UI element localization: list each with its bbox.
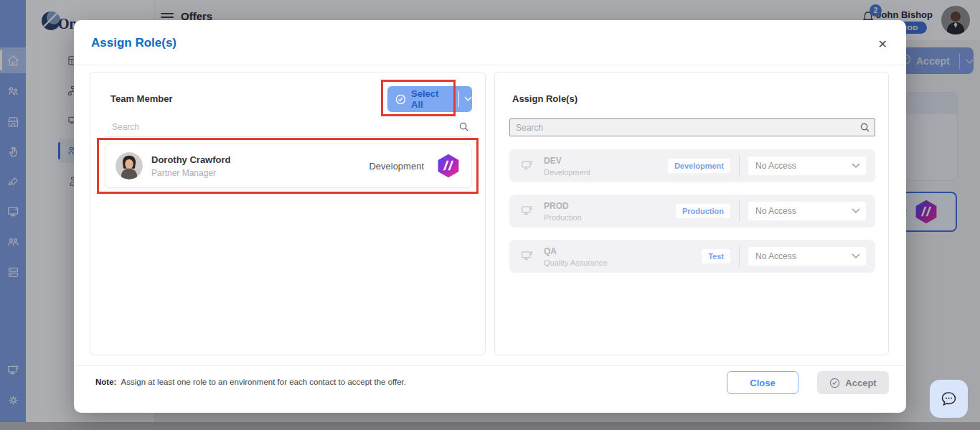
close-button[interactable]: Close: [727, 371, 798, 394]
chat-bubble-icon: [939, 389, 958, 408]
chevron-down-icon: [852, 208, 860, 214]
divider: [74, 365, 906, 366]
note-label: Note:: [95, 378, 116, 386]
environment-badge: Production: [676, 204, 730, 218]
chevron-down-icon: [852, 253, 860, 259]
access-value: No Access: [748, 251, 796, 261]
environment-meta: PROD Production: [544, 201, 582, 222]
member-role: Partner Manager: [151, 168, 231, 178]
environment-row-dev: DEV Development Development No Access: [509, 149, 875, 182]
search-icon: [859, 122, 870, 133]
roles-search: [509, 118, 875, 136]
divider: [739, 246, 740, 267]
environment-meta: QA Quality Assurance: [544, 246, 608, 267]
modal-title: Assign Role(s): [91, 36, 176, 50]
team-member-panel: Team Member Select All Dorothy Crawford …: [90, 72, 486, 355]
environment-name: Quality Assurance: [544, 258, 608, 267]
search-icon: [458, 121, 469, 132]
divider: [739, 200, 740, 222]
access-value: No Access: [748, 161, 796, 171]
environment-name: Development: [544, 168, 590, 177]
team-search-input[interactable]: [105, 122, 458, 132]
chat-button[interactable]: [930, 380, 968, 418]
close-icon[interactable]: ✕: [878, 37, 887, 51]
member-meta: Dorothy Crawford Partner Manager: [151, 154, 231, 178]
team-member-heading: Team Member: [110, 93, 172, 104]
environment-row-prod: PROD Production Production No Access: [509, 195, 875, 228]
environment-row-qa: QA Quality Assurance Test No Access: [509, 240, 875, 273]
team-member-row[interactable]: Dorothy Crawford Partner Manager Develop…: [105, 144, 472, 188]
member-name: Dorothy Crawford: [151, 154, 231, 165]
access-dropdown[interactable]: No Access: [748, 202, 866, 220]
check-circle-icon: [829, 378, 840, 388]
chevron-down-icon: [852, 163, 860, 169]
chevron-down-icon[interactable]: [464, 96, 472, 102]
access-dropdown[interactable]: No Access: [748, 247, 866, 266]
partner-hex-logo-icon: [435, 153, 461, 179]
divider: [74, 65, 906, 65]
footer-note: Note: Assign at least one role to an env…: [95, 378, 406, 386]
accept-button[interactable]: Accept: [817, 371, 889, 394]
divider: [739, 155, 740, 177]
monitor-icon: [521, 205, 534, 218]
note-text: Assign at least one role to an environme…: [121, 378, 406, 386]
environment-code: PROD: [544, 201, 582, 211]
access-value: No Access: [748, 206, 796, 216]
select-all-label: Select All: [411, 88, 451, 110]
environment-meta: DEV Development: [544, 156, 590, 177]
monitor-icon: [521, 250, 534, 263]
monitor-icon: [521, 159, 534, 172]
check-circle-icon: [395, 94, 406, 105]
environment-code: QA: [544, 246, 608, 256]
roles-search-input[interactable]: [510, 123, 859, 133]
access-dropdown[interactable]: No Access: [748, 156, 866, 175]
assign-roles-modal: Assign Role(s) ✕ Team Member Select All: [74, 20, 906, 413]
team-search: [105, 117, 472, 137]
environment-name: Production: [544, 213, 582, 222]
select-all-button[interactable]: Select All: [387, 86, 472, 112]
assign-roles-panel: Assign Role(s) DEV Development Developme…: [494, 72, 889, 355]
assign-roles-heading: Assign Role(s): [512, 93, 578, 104]
environment-badge: Test: [702, 249, 730, 263]
member-avatar: [116, 152, 143, 179]
member-environment: Development: [369, 161, 424, 172]
environment-badge: Development: [668, 159, 730, 173]
app-root: Offers 2 John Bishop PROD Dash Proje Sys…: [0, 0, 980, 430]
accept-label: Accept: [845, 378, 876, 388]
environment-code: DEV: [544, 156, 590, 166]
divider: [458, 91, 459, 107]
